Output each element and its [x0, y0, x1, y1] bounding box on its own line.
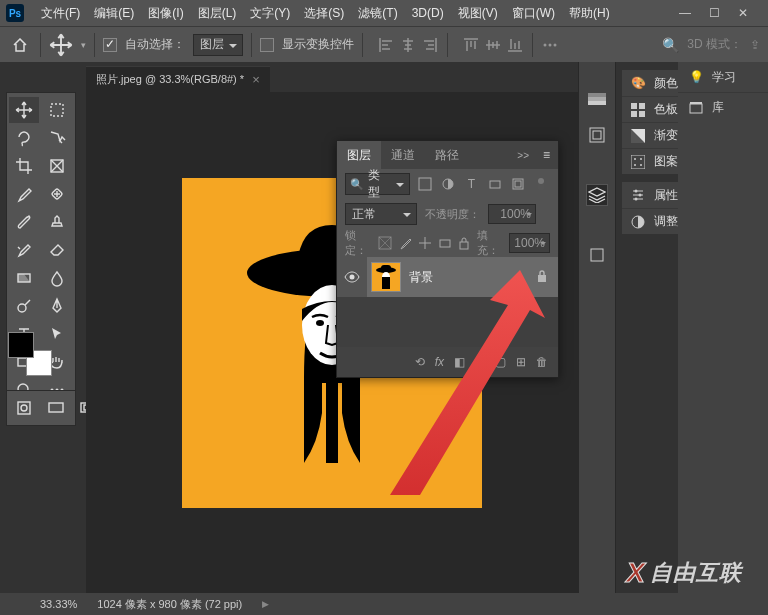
auto-select-checkbox[interactable]	[103, 38, 117, 52]
visibility-toggle[interactable]	[337, 257, 367, 297]
pen-tool[interactable]	[42, 293, 72, 319]
strip-info-icon[interactable]	[586, 244, 608, 266]
layer-mask-icon[interactable]: ◧	[454, 355, 465, 369]
lock-position-icon[interactable]	[398, 235, 412, 251]
strip-adjust-icon[interactable]	[586, 124, 608, 146]
panel-learn[interactable]: 💡学习	[678, 62, 768, 92]
tab-paths[interactable]: 路径	[425, 141, 469, 169]
filter-shape-icon[interactable]	[486, 175, 503, 193]
status-flyout-icon[interactable]: ▶	[262, 599, 269, 609]
svg-point-32	[350, 275, 355, 280]
crop-tool[interactable]	[9, 153, 39, 179]
align-left-icon[interactable]	[377, 36, 395, 54]
filter-type-icon[interactable]: T	[463, 175, 480, 193]
share-icon[interactable]: ⇪	[750, 38, 760, 52]
blend-mode-dropdown[interactable]: 正常	[345, 203, 417, 225]
clone-stamp-tool[interactable]	[42, 209, 72, 235]
eyedropper-tool[interactable]	[9, 181, 39, 207]
menu-select[interactable]: 选择(S)	[297, 0, 351, 26]
quick-select-tool[interactable]	[42, 125, 72, 151]
auto-select-label: 自动选择：	[125, 36, 185, 53]
align-right-icon[interactable]	[421, 36, 439, 54]
close-tab-icon[interactable]: ×	[252, 72, 260, 87]
screenmode-toggle[interactable]	[41, 395, 71, 421]
move-tool-icon[interactable]	[49, 33, 73, 57]
status-dimensions[interactable]: 1024 像素 x 980 像素 (72 ppi)	[97, 597, 242, 612]
panel-collapse-icon[interactable]: >>	[511, 150, 535, 161]
opacity-field[interactable]: 100%	[488, 204, 536, 224]
menu-type[interactable]: 文字(Y)	[243, 0, 297, 26]
search-icon[interactable]: 🔍	[662, 37, 679, 53]
home-button[interactable]	[8, 33, 32, 57]
eraser-tool[interactable]	[42, 237, 72, 263]
menu-image[interactable]: 图像(I)	[141, 0, 190, 26]
blur-tool[interactable]	[42, 265, 72, 291]
auto-select-target-dropdown[interactable]: 图层	[193, 34, 243, 56]
filter-toggle[interactable]	[533, 175, 550, 193]
dodge-tool[interactable]	[9, 293, 39, 319]
align-top-icon[interactable]	[462, 36, 480, 54]
gradient-tool[interactable]	[9, 265, 39, 291]
lock-artboard-icon[interactable]	[438, 235, 452, 251]
close-button[interactable]: ✕	[738, 6, 748, 20]
new-layer-icon[interactable]: ⊞	[516, 355, 526, 369]
filter-smart-icon[interactable]	[509, 175, 526, 193]
filter-kind-label: 类型	[368, 167, 391, 201]
menu-view[interactable]: 视图(V)	[451, 0, 505, 26]
panel-menu-icon[interactable]: ≡	[535, 148, 558, 162]
menu-filter[interactable]: 滤镜(T)	[351, 0, 404, 26]
layer-thumbnail[interactable]	[371, 262, 401, 292]
layer-name[interactable]: 背景	[409, 269, 433, 286]
align-middle-icon[interactable]	[484, 36, 502, 54]
link-layers-icon[interactable]: ⟲	[415, 355, 425, 369]
menu-edit[interactable]: 编辑(E)	[87, 0, 141, 26]
lasso-tool[interactable]	[9, 125, 39, 151]
show-transform-checkbox[interactable]	[260, 38, 274, 52]
layer-filter-row: 类型 T	[337, 169, 558, 199]
minimize-button[interactable]: —	[679, 6, 691, 20]
lock-all-icon[interactable]	[458, 235, 471, 251]
align-bottom-icon[interactable]	[506, 36, 524, 54]
lock-move-icon[interactable]	[418, 235, 432, 251]
lock-pixels-icon[interactable]	[378, 235, 392, 251]
adjustment-layer-icon[interactable]: ◐	[475, 355, 485, 369]
filter-kind-dropdown[interactable]: 类型	[345, 173, 410, 195]
svg-point-2	[554, 43, 557, 46]
menu-help[interactable]: 帮助(H)	[562, 0, 617, 26]
layer-lock-icon[interactable]	[536, 269, 558, 286]
delete-layer-icon[interactable]: 🗑	[536, 355, 548, 369]
maximize-button[interactable]: ☐	[709, 6, 720, 20]
fill-field[interactable]: 100%	[509, 233, 550, 253]
color-swatches[interactable]	[8, 332, 52, 376]
move-tool[interactable]	[9, 97, 39, 123]
healing-tool[interactable]	[42, 181, 72, 207]
svg-point-7	[18, 304, 26, 312]
layer-fx-icon[interactable]: fx	[435, 355, 444, 369]
history-brush-tool[interactable]	[9, 237, 39, 263]
layer-row-background[interactable]: 背景	[337, 257, 558, 297]
quickmask-toggle[interactable]	[9, 395, 39, 421]
menu-file[interactable]: 文件(F)	[34, 0, 87, 26]
filter-adjust-icon[interactable]	[439, 175, 456, 193]
filter-pixel-icon[interactable]	[416, 175, 433, 193]
foreground-color[interactable]	[8, 332, 34, 358]
layer-group-icon[interactable]: ▢	[495, 355, 506, 369]
tab-layers[interactable]: 图层	[337, 141, 381, 169]
svg-rect-36	[538, 275, 546, 282]
menu-window[interactable]: 窗口(W)	[505, 0, 562, 26]
align-center-h-icon[interactable]	[399, 36, 417, 54]
tool-preset-arrow[interactable]: ▾	[81, 40, 86, 50]
tab-channels[interactable]: 通道	[381, 141, 425, 169]
status-zoom[interactable]: 33.33%	[40, 598, 77, 610]
frame-tool[interactable]	[42, 153, 72, 179]
document-tab[interactable]: 照片.jpeg @ 33.3%(RGB/8#) * ×	[86, 66, 270, 92]
svg-rect-49	[631, 155, 645, 169]
strip-layers-icon[interactable]	[586, 184, 608, 206]
more-align-icon[interactable]	[541, 36, 559, 54]
strip-color-icon[interactable]	[586, 88, 608, 110]
menu-layer[interactable]: 图层(L)	[191, 0, 244, 26]
brush-tool[interactable]	[9, 209, 39, 235]
panel-library[interactable]: 库	[678, 92, 768, 122]
marquee-tool[interactable]	[42, 97, 72, 123]
menu-3d[interactable]: 3D(D)	[405, 0, 451, 26]
